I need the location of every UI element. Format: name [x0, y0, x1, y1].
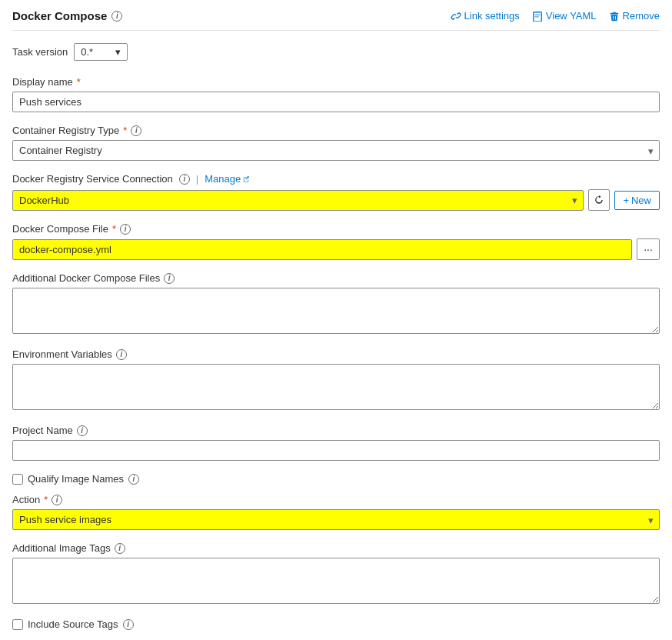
view-yaml-label: View YAML — [546, 10, 597, 22]
container-registry-type-label-row: Container Registry Type * i — [12, 125, 660, 136]
qualify-image-names-info-icon[interactable]: i — [128, 474, 139, 485]
version-chevron-icon: ▾ — [115, 46, 121, 58]
task-version-value: 0.* — [81, 46, 93, 58]
view-yaml-button[interactable]: View YAML — [532, 10, 597, 22]
new-button-label: New — [631, 195, 651, 206]
link-icon — [451, 11, 461, 22]
new-button[interactable]: + New — [614, 191, 660, 210]
project-name-label-row: Project Name i — [12, 425, 660, 436]
link-settings-label: Link settings — [464, 10, 520, 22]
container-registry-type-select[interactable]: Container Registry Azure Container Regis… — [12, 140, 660, 161]
environment-variables-label-row: Environment Variables i — [12, 348, 660, 360]
project-name-label: Project Name — [12, 425, 73, 436]
link-settings-button[interactable]: Link settings — [451, 10, 520, 22]
additional-docker-compose-files-label: Additional Docker Compose Files — [12, 272, 160, 284]
include-source-tags-label: Include Source Tags — [28, 618, 118, 630]
container-registry-type-info-icon[interactable]: i — [131, 125, 141, 136]
connection-select-row: DockerHub ▾ + New — [12, 189, 660, 211]
additional-image-tags-label-row: Additional Image Tags i — [12, 542, 660, 554]
title-info-icon[interactable]: i — [111, 11, 122, 22]
include-source-tags-info-icon[interactable]: i — [123, 619, 134, 630]
action-required: * — [44, 494, 48, 505]
qualify-image-names-checkbox[interactable] — [12, 474, 23, 485]
project-name-info-icon[interactable]: i — [77, 425, 88, 436]
task-version-label: Task version — [12, 46, 68, 58]
external-link-icon — [242, 175, 250, 183]
refresh-icon — [594, 195, 604, 205]
environment-variables-label: Environment Variables — [12, 348, 112, 360]
connection-select-wrapper: DockerHub ▾ — [12, 190, 584, 211]
page-header: Docker Compose i Link settings View YAML… — [12, 9, 660, 31]
action-select[interactable]: Push service images Build service images… — [12, 509, 660, 530]
container-registry-type-required: * — [123, 125, 127, 136]
new-button-plus: + — [623, 195, 629, 206]
docker-compose-file-required: * — [112, 223, 116, 235]
container-registry-type-select-wrapper: Container Registry Azure Container Regis… — [12, 140, 660, 161]
action-label-row: Action * i — [12, 494, 660, 505]
display-name-label-row: Display name * — [12, 76, 660, 88]
docker-registry-label: Docker Registry Service Connection — [12, 173, 173, 185]
docker-compose-file-input[interactable] — [12, 239, 632, 260]
container-registry-type-label: Container Registry Type — [12, 125, 119, 136]
additional-docker-compose-files-input[interactable] — [12, 288, 660, 334]
display-name-input[interactable] — [12, 92, 660, 112]
docker-compose-file-info-icon[interactable]: i — [120, 224, 131, 235]
additional-image-tags-input[interactable] — [12, 558, 660, 604]
browse-button[interactable]: ··· — [637, 238, 660, 260]
docker-registry-connection-select[interactable]: DockerHub — [12, 190, 584, 211]
include-source-tags-row: Include Source Tags i — [12, 618, 660, 630]
compose-file-row: ··· — [12, 238, 660, 260]
qualify-image-names-row: Qualify Image Names i — [12, 473, 660, 485]
environment-variables-input[interactable] — [12, 364, 660, 410]
display-name-required: * — [77, 76, 81, 88]
trash-icon — [609, 11, 620, 22]
docker-compose-file-group: Docker Compose File * i ··· — [12, 223, 660, 260]
yaml-icon — [532, 11, 543, 22]
project-name-group: Project Name i — [12, 425, 660, 461]
remove-button[interactable]: Remove — [609, 10, 660, 22]
additional-image-tags-label: Additional Image Tags — [12, 542, 111, 554]
task-version-row: Task version 0.* ▾ — [12, 43, 660, 61]
docker-compose-file-label: Docker Compose File — [12, 223, 108, 235]
remove-label: Remove — [623, 10, 660, 22]
action-group: Action * i Push service images Build ser… — [12, 494, 660, 530]
display-name-label: Display name — [12, 76, 73, 88]
action-info-icon[interactable]: i — [52, 495, 62, 505]
additional-image-tags-info-icon[interactable]: i — [115, 543, 125, 554]
container-registry-type-group: Container Registry Type * i Container Re… — [12, 125, 660, 161]
action-label: Action — [12, 494, 40, 505]
docker-registry-info-icon[interactable]: i — [179, 174, 190, 185]
additional-image-tags-group: Additional Image Tags i — [12, 542, 660, 606]
refresh-button[interactable] — [588, 189, 610, 211]
ellipsis-icon: ··· — [644, 243, 653, 255]
environment-variables-info-icon[interactable]: i — [116, 349, 127, 360]
project-name-input[interactable] — [12, 440, 660, 461]
docker-registry-service-connection-group: Docker Registry Service Connection i | M… — [12, 173, 660, 211]
page-title: Docker Compose — [12, 9, 107, 22]
pipe-divider: | — [196, 173, 198, 185]
docker-registry-label-row: Docker Registry Service Connection i | M… — [12, 173, 660, 185]
manage-link[interactable]: Manage — [205, 173, 250, 185]
header-actions: Link settings View YAML Remove — [451, 10, 660, 22]
docker-compose-file-label-row: Docker Compose File * i — [12, 223, 660, 235]
additional-docker-compose-files-info-icon[interactable]: i — [164, 273, 175, 284]
qualify-image-names-label: Qualify Image Names — [28, 473, 124, 485]
additional-docker-compose-files-label-row: Additional Docker Compose Files i — [12, 272, 660, 284]
environment-variables-group: Environment Variables i — [12, 348, 660, 412]
display-name-group: Display name * — [12, 76, 660, 112]
additional-docker-compose-files-group: Additional Docker Compose Files i — [12, 272, 660, 336]
task-version-select[interactable]: 0.* ▾ — [74, 43, 128, 61]
header-left: Docker Compose i — [12, 9, 122, 22]
include-source-tags-checkbox[interactable] — [12, 619, 23, 630]
compose-file-input-wrapper — [12, 239, 632, 260]
action-select-wrapper: Push service images Build service images… — [12, 509, 660, 530]
